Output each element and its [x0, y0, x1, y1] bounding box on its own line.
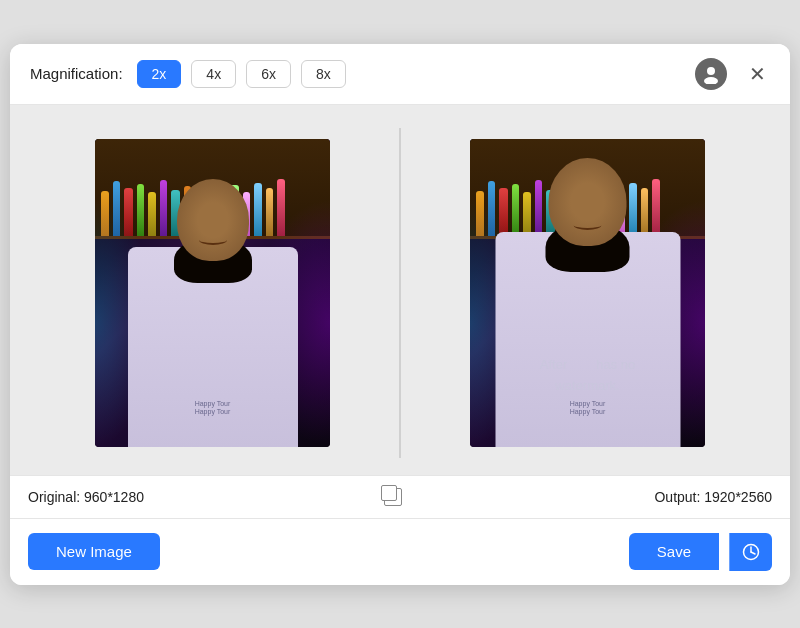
- new-image-button[interactable]: New Image: [28, 533, 160, 570]
- copy-icon[interactable]: [384, 488, 402, 506]
- person-body-left: Happy Tour Happy Tour: [128, 247, 298, 447]
- close-button[interactable]: ✕: [745, 62, 770, 86]
- svg-line-4: [751, 552, 755, 554]
- image-area: Happy Tour Happy Tour: [10, 105, 790, 475]
- app-window: Magnification: 2x 4x 6x 8x ✕: [10, 44, 790, 585]
- person-smile-right: [574, 220, 602, 230]
- mag-6x-button[interactable]: 6x: [246, 60, 291, 88]
- image-divider: [399, 128, 401, 458]
- clock-icon: [742, 543, 760, 561]
- avatar-icon[interactable]: [695, 58, 727, 90]
- original-size-label: Original: 960*1280: [28, 489, 144, 505]
- save-history-button[interactable]: [729, 533, 772, 571]
- person-right: Happy Tour Happy Tour: [495, 232, 680, 447]
- person-shirt-text-left: Happy Tour Happy Tour: [195, 400, 231, 417]
- person-shirt-text-right: Happy Tour Happy Tour: [570, 400, 606, 417]
- left-image-panel: Happy Tour Happy Tour: [28, 139, 397, 447]
- output-size-label: Output: 1920*2560: [654, 489, 772, 505]
- mag-2x-button[interactable]: 2x: [137, 60, 182, 88]
- output-image: Happy Tour Happy Tour After has no water…: [470, 139, 705, 447]
- person-head-left: [177, 179, 249, 261]
- header: Magnification: 2x 4x 6x 8x ✕: [10, 44, 790, 105]
- footer: New Image Save: [10, 519, 790, 585]
- mag-8x-button[interactable]: 8x: [301, 60, 346, 88]
- save-button[interactable]: Save: [629, 533, 719, 570]
- svg-point-0: [707, 67, 715, 75]
- person-smile-left: [199, 235, 227, 245]
- magnification-label: Magnification:: [30, 65, 123, 82]
- person-body-right: Happy Tour Happy Tour: [495, 232, 680, 447]
- svg-point-1: [704, 77, 718, 84]
- person-head-right: [549, 158, 627, 246]
- info-bar: Original: 960*1280 Output: 1920*2560: [10, 475, 790, 519]
- mag-4x-button[interactable]: 4x: [191, 60, 236, 88]
- right-image-panel: Happy Tour Happy Tour After has no water…: [403, 139, 772, 447]
- original-image: Happy Tour Happy Tour: [95, 139, 330, 447]
- person-left: Happy Tour Happy Tour: [128, 247, 298, 447]
